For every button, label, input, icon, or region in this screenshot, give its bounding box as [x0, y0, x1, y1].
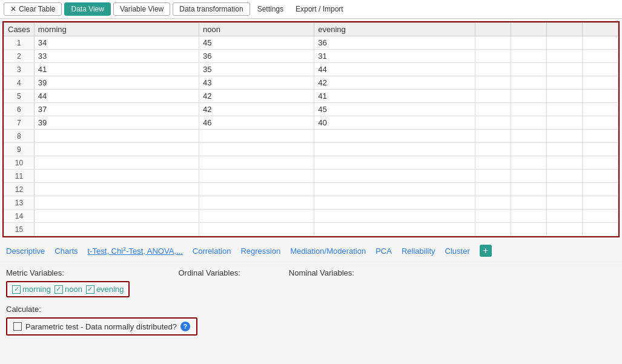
evening-checkbox[interactable]: ✓: [86, 285, 94, 294]
cell-c6[interactable]: [546, 210, 582, 223]
cell-morning[interactable]: [34, 130, 199, 143]
cell-noon[interactable]: [199, 223, 314, 236]
cell-c4[interactable]: [475, 50, 511, 63]
cell-morning[interactable]: 33: [34, 50, 199, 63]
nav-ttest[interactable]: t-Test, Chi2-Test, ANOVA,...: [88, 246, 183, 256]
cell-c5[interactable]: [511, 170, 546, 183]
cell-c5[interactable]: [511, 183, 546, 196]
cell-c5[interactable]: [511, 90, 546, 103]
cell-c4[interactable]: [475, 143, 511, 156]
cell-morning[interactable]: 39: [34, 76, 199, 90]
cell-noon[interactable]: 46: [199, 116, 314, 130]
add-nav-item-button[interactable]: +: [480, 245, 492, 257]
cell-c5[interactable]: [511, 76, 546, 90]
cell-c6[interactable]: [546, 63, 582, 76]
cell-morning[interactable]: [34, 196, 199, 210]
cell-evening[interactable]: [314, 183, 475, 196]
nav-regression[interactable]: Regression: [240, 247, 280, 256]
cell-c5[interactable]: [511, 103, 546, 116]
parametric-help-icon[interactable]: ?: [180, 322, 190, 331]
cell-c4[interactable]: [475, 76, 511, 90]
cell-noon[interactable]: 45: [199, 36, 314, 50]
cell-morning[interactable]: [34, 143, 199, 156]
cell-c4[interactable]: [475, 36, 511, 50]
cell-c6[interactable]: [546, 156, 582, 170]
cell-c7[interactable]: [582, 156, 618, 170]
cell-c7[interactable]: [582, 170, 618, 183]
cell-c6[interactable]: [546, 50, 582, 63]
cell-noon[interactable]: [199, 156, 314, 170]
cell-noon[interactable]: 35: [199, 63, 314, 76]
cell-noon[interactable]: 42: [199, 103, 314, 116]
cell-noon[interactable]: [199, 210, 314, 223]
col-header-evening[interactable]: evening: [314, 23, 475, 36]
cell-evening[interactable]: 41: [314, 90, 475, 103]
cell-morning[interactable]: 41: [34, 63, 199, 76]
cell-c4[interactable]: [475, 156, 511, 170]
cell-c5[interactable]: [511, 156, 546, 170]
cell-evening[interactable]: [314, 196, 475, 210]
data-transformation-tab[interactable]: Data transformation: [173, 2, 250, 16]
cell-noon[interactable]: [199, 143, 314, 156]
cell-c5[interactable]: [511, 210, 546, 223]
cell-evening[interactable]: [314, 170, 475, 183]
nav-descriptive[interactable]: Descriptive: [6, 247, 45, 256]
cell-c5[interactable]: [511, 116, 546, 130]
cell-morning[interactable]: 34: [34, 36, 199, 50]
cell-c7[interactable]: [582, 50, 618, 63]
cell-noon[interactable]: 43: [199, 76, 314, 90]
cell-c6[interactable]: [546, 76, 582, 90]
cell-c4[interactable]: [475, 196, 511, 210]
nav-correlation[interactable]: Correlation: [193, 247, 231, 256]
cell-morning[interactable]: [34, 183, 199, 196]
variable-view-tab[interactable]: Variable View: [113, 2, 170, 16]
cell-c7[interactable]: [582, 103, 618, 116]
cell-morning[interactable]: 44: [34, 90, 199, 103]
cell-c6[interactable]: [546, 183, 582, 196]
settings-link[interactable]: Settings: [253, 3, 288, 15]
cell-c5[interactable]: [511, 196, 546, 210]
cell-evening[interactable]: [314, 156, 475, 170]
cell-c7[interactable]: [582, 130, 618, 143]
cell-evening[interactable]: [314, 130, 475, 143]
cell-noon[interactable]: 36: [199, 50, 314, 63]
col-header-c7[interactable]: [582, 23, 618, 36]
cell-noon[interactable]: [199, 183, 314, 196]
cell-noon[interactable]: 42: [199, 90, 314, 103]
nav-cluster[interactable]: Cluster: [445, 247, 470, 256]
cell-c7[interactable]: [582, 143, 618, 156]
cell-c7[interactable]: [582, 210, 618, 223]
cell-morning[interactable]: [34, 170, 199, 183]
cell-morning[interactable]: [34, 223, 199, 236]
noon-checkbox[interactable]: ✓: [55, 285, 63, 294]
cell-c4[interactable]: [475, 170, 511, 183]
cell-evening[interactable]: 44: [314, 63, 475, 76]
table-scroll-container[interactable]: Cases morning noon evening 1344536233363…: [4, 22, 618, 236]
cell-c6[interactable]: [546, 116, 582, 130]
export-import-link[interactable]: Export / Import: [291, 3, 348, 15]
var-tag-evening[interactable]: ✓ evening: [86, 285, 124, 294]
cell-noon[interactable]: [199, 130, 314, 143]
cell-c4[interactable]: [475, 130, 511, 143]
parametric-checkbox[interactable]: [13, 322, 22, 331]
cell-c5[interactable]: [511, 223, 546, 236]
cell-c4[interactable]: [475, 116, 511, 130]
cell-morning[interactable]: 39: [34, 116, 199, 130]
var-tag-morning[interactable]: ✓ morning: [12, 285, 51, 294]
cell-c7[interactable]: [582, 90, 618, 103]
cell-c7[interactable]: [582, 196, 618, 210]
col-header-noon[interactable]: noon: [199, 23, 314, 36]
cell-c6[interactable]: [546, 143, 582, 156]
cell-c6[interactable]: [546, 130, 582, 143]
cell-c4[interactable]: [475, 63, 511, 76]
cell-c6[interactable]: [546, 223, 582, 236]
cell-c5[interactable]: [511, 36, 546, 50]
cell-evening[interactable]: [314, 223, 475, 236]
cell-noon[interactable]: [199, 196, 314, 210]
nav-pca[interactable]: PCA: [376, 247, 392, 256]
clear-table-button[interactable]: ✕ Clear Table: [4, 2, 62, 16]
cell-c4[interactable]: [475, 183, 511, 196]
cell-evening[interactable]: 45: [314, 103, 475, 116]
cell-c6[interactable]: [546, 103, 582, 116]
cell-c5[interactable]: [511, 143, 546, 156]
